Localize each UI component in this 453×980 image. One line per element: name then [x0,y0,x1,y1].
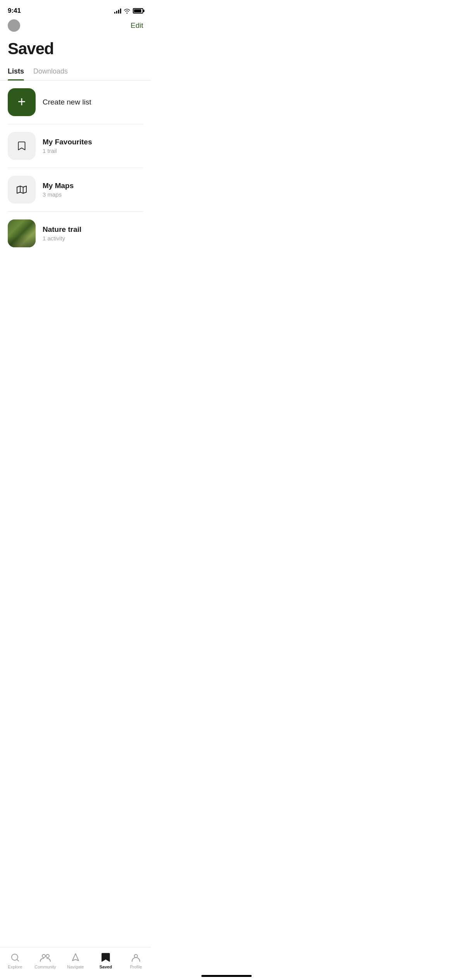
nature-trail-thumbnail [8,219,36,247]
signal-icon [114,8,121,14]
nature-trail-text: Nature trail 1 activity [43,225,81,242]
my-favourites-item[interactable]: My Favourites 1 trail [8,124,143,168]
edit-button[interactable]: Edit [130,21,143,30]
favourites-text: My Favourites 1 trail [43,138,92,154]
create-list-icon: + [8,88,36,116]
bookmark-icon [17,141,26,151]
favourites-title: My Favourites [43,138,92,146]
wifi-icon [124,9,130,14]
create-list-label: Create new list [43,98,91,106]
page-title: Saved [0,36,151,67]
nature-trail-subtitle: 1 activity [43,235,81,242]
nature-trail-item[interactable]: Nature trail 1 activity [8,212,143,255]
battery-icon [133,8,143,14]
tab-lists[interactable]: Lists [8,67,24,80]
favourites-icon-container [8,132,36,160]
favourites-subtitle: 1 trail [43,147,92,154]
maps-subtitle: 3 maps [43,191,74,198]
my-maps-item[interactable]: My Maps 3 maps [8,168,143,212]
maps-icon-container [8,176,36,204]
top-actions: Edit [0,19,151,36]
status-time: 9:41 [8,7,21,15]
create-new-list-item[interactable]: + Create new list [8,81,143,124]
status-icons [114,8,143,14]
list-container: + Create new list My Favourites 1 trail … [0,81,151,255]
plus-icon: + [17,95,26,109]
maps-text: My Maps 3 maps [43,182,74,198]
profile-avatar-dot[interactable] [8,19,20,32]
nature-trail-title: Nature trail [43,225,81,234]
tabs-container: Lists Downloads [0,67,151,81]
map-icon [17,185,27,194]
status-bar: 9:41 [0,0,151,19]
maps-title: My Maps [43,182,74,190]
tab-downloads[interactable]: Downloads [33,67,68,80]
